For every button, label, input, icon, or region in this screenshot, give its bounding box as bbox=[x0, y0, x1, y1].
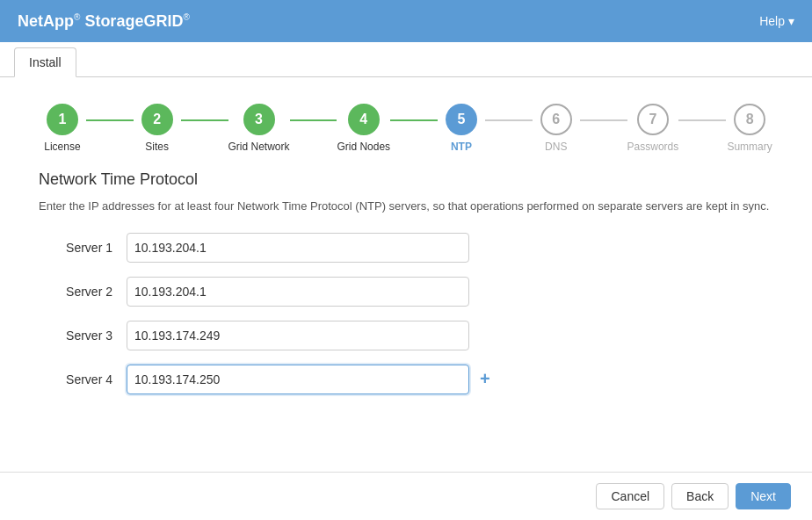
connector-4-5 bbox=[390, 119, 438, 121]
step-circle-2: 2 bbox=[141, 104, 173, 135]
app-title: NetApp® StorageGRID® bbox=[18, 12, 190, 31]
step-6: 6 DNS bbox=[533, 104, 580, 153]
connector-5-6 bbox=[485, 119, 533, 121]
server-3-row: Server 3 bbox=[39, 321, 773, 350]
connector-7-8 bbox=[678, 119, 726, 121]
stepper: 1 License 2 Sites 3 Grid Network 4 Grid … bbox=[21, 95, 791, 170]
tab-install-label: Install bbox=[29, 55, 62, 69]
footer: Cancel Back Next bbox=[0, 472, 812, 520]
server-3-input[interactable] bbox=[127, 321, 469, 350]
server-4-input[interactable] bbox=[127, 365, 469, 394]
step-label-1: License bbox=[44, 141, 80, 153]
step-1: 1 License bbox=[39, 104, 86, 153]
tab-install[interactable]: Install bbox=[14, 47, 76, 77]
step-label-2: Sites bbox=[145, 141, 169, 153]
server-3-label: Server 3 bbox=[39, 329, 127, 343]
back-button[interactable]: Back bbox=[671, 483, 729, 509]
section-description: Enter the IP addresses for at least four… bbox=[39, 198, 773, 215]
section-title: Network Time Protocol bbox=[39, 170, 773, 189]
connector-2-3 bbox=[181, 119, 228, 121]
help-label: Help bbox=[759, 14, 785, 28]
form-section: Network Time Protocol Enter the IP addre… bbox=[21, 170, 791, 394]
server-2-label: Server 2 bbox=[39, 285, 127, 299]
server-4-label: Server 4 bbox=[39, 372, 127, 386]
next-button[interactable]: Next bbox=[736, 483, 791, 509]
step-circle-7: 7 bbox=[637, 104, 669, 135]
server-2-input[interactable] bbox=[127, 277, 469, 307]
step-8: 8 Summary bbox=[726, 104, 773, 153]
step-label-3: Grid Network bbox=[228, 141, 290, 153]
connector-1-2 bbox=[86, 119, 134, 121]
connector-6-7 bbox=[580, 119, 627, 121]
step-2: 2 Sites bbox=[134, 104, 181, 153]
step-4: 4 Grid Nodes bbox=[337, 104, 390, 153]
step-label-8: Summary bbox=[727, 141, 772, 153]
server-4-row: Server 4 + bbox=[39, 365, 773, 394]
step-circle-6: 6 bbox=[540, 104, 572, 135]
step-label-7: Passwords bbox=[627, 141, 679, 153]
step-circle-4: 4 bbox=[348, 104, 380, 135]
help-button[interactable]: Help ▾ bbox=[759, 14, 794, 28]
server-1-input[interactable] bbox=[127, 233, 469, 263]
server-2-row: Server 2 bbox=[39, 277, 773, 307]
step-label-5: NTP bbox=[451, 141, 472, 153]
connector-3-4 bbox=[290, 119, 337, 121]
main-content: 1 License 2 Sites 3 Grid Network 4 Grid … bbox=[0, 77, 812, 520]
brand-name: NetApp® StorageGRID® bbox=[18, 12, 190, 30]
server-1-row: Server 1 bbox=[39, 233, 773, 263]
chevron-down-icon: ▾ bbox=[788, 14, 794, 28]
step-circle-1: 1 bbox=[47, 104, 78, 135]
cancel-button[interactable]: Cancel bbox=[596, 483, 664, 509]
header: NetApp® StorageGRID® Help ▾ bbox=[0, 0, 812, 42]
tab-bar: Install bbox=[0, 42, 812, 77]
add-server-button[interactable]: + bbox=[480, 369, 490, 389]
step-5: 5 NTP bbox=[438, 104, 485, 153]
step-7: 7 Passwords bbox=[627, 104, 679, 153]
step-label-6: DNS bbox=[545, 141, 567, 153]
step-3: 3 Grid Network bbox=[228, 104, 290, 153]
server-1-label: Server 1 bbox=[39, 241, 127, 255]
step-circle-8: 8 bbox=[734, 104, 765, 135]
step-label-4: Grid Nodes bbox=[337, 141, 390, 153]
step-circle-3: 3 bbox=[243, 104, 275, 135]
step-circle-5: 5 bbox=[446, 104, 477, 135]
